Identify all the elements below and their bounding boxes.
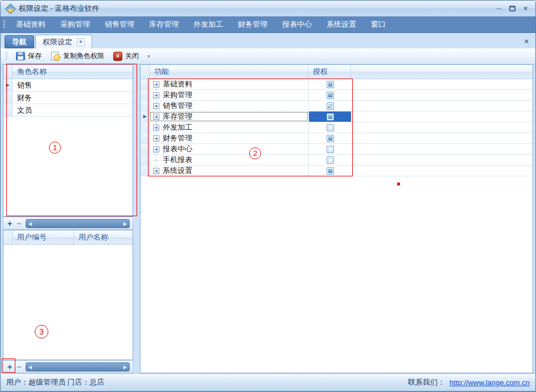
tree-expander-icon[interactable] — [153, 92, 159, 98]
scroll-right-icon[interactable]: ▶ — [123, 364, 127, 370]
close-button[interactable]: × 关闭 — [109, 49, 143, 63]
user-grid-hscrollbar[interactable]: ◀ ▶ — [26, 362, 130, 372]
delete-role-button[interactable]: − — [14, 218, 23, 229]
auth-cell — [308, 122, 351, 133]
menubar: 基础资料采购管理销售管理库存管理外发加工财务管理报表中心系统设置窗口 — [1, 16, 535, 33]
tab-permission-label: 权限设定 — [43, 37, 72, 47]
menu-item-4[interactable]: 外发加工 — [186, 16, 230, 32]
table-row[interactable]: 采购管理 — [141, 90, 533, 101]
table-row[interactable]: 系统设置 — [141, 166, 533, 176]
auth-checkbox[interactable] — [327, 146, 334, 153]
maximize-icon[interactable] — [509, 6, 516, 11]
function-grid: 功能 授权 基础资料采购管理销售管理▶库存管理外发加工财务管理报表中心手机报表系… — [140, 64, 533, 373]
function-label: 报表中心 — [163, 144, 192, 154]
role-name-column-header[interactable]: 角色名称 — [13, 65, 133, 79]
tree-expander-icon[interactable] — [153, 103, 159, 109]
table-row[interactable]: 销售管理 — [141, 101, 533, 112]
table-row[interactable]: ▶销售 — [3, 79, 133, 92]
app-icon — [6, 4, 15, 13]
function-cell: 手机报表 — [150, 155, 308, 165]
auth-checkbox[interactable] — [327, 81, 334, 88]
toolbar-overflow-icon[interactable]: ▾ — [144, 53, 154, 59]
menu-item-3[interactable]: 库存管理 — [142, 16, 186, 32]
tree-expander-icon[interactable] — [153, 168, 159, 174]
tabstrip-close-icon[interactable]: × — [524, 38, 535, 45]
auth-checkbox[interactable] — [327, 135, 334, 142]
function-label: 手机报表 — [163, 155, 192, 165]
save-button[interactable]: 保存 — [12, 49, 46, 63]
user-grid-navigator: + − ◀ ▶ — [3, 360, 133, 373]
statusbar: 用户：超级管理员 门店：总店 联系我们： http://www.lange.co… — [1, 373, 535, 391]
table-row[interactable]: 报表中心 — [141, 144, 533, 155]
row-indicator-cell: ▶ — [3, 79, 13, 91]
row-indicator-cell — [141, 144, 150, 154]
delete-user-button[interactable]: − — [14, 362, 23, 372]
menu-item-7[interactable]: 系统设置 — [319, 16, 364, 32]
auth-checkbox[interactable] — [327, 113, 334, 121]
tree-expander-icon[interactable] — [153, 125, 159, 131]
row-indicator-cell — [141, 133, 150, 143]
menu-items: 基础资料采购管理销售管理库存管理外发加工财务管理报表中心系统设置窗口 — [9, 16, 393, 32]
row-indicator-cell — [141, 79, 150, 89]
function-label: 外发加工 — [163, 122, 192, 133]
table-row[interactable]: 外发加工 — [141, 122, 533, 133]
user-grid: 用户编号 用户名称 — [3, 230, 133, 360]
function-column-header[interactable]: 功能 — [150, 65, 308, 79]
contact-label: 联系我们： — [408, 377, 445, 387]
user-id-column-header[interactable]: 用户编号 — [13, 230, 74, 244]
table-row[interactable]: 财务管理 — [141, 133, 533, 144]
tab-close-icon[interactable]: × — [77, 38, 85, 46]
tree-expander-icon[interactable] — [153, 146, 159, 152]
scroll-right-icon[interactable]: ▶ — [123, 221, 127, 227]
auth-cell — [308, 133, 351, 143]
function-grid-body: 基础资料采购管理销售管理▶库存管理外发加工财务管理报表中心手机报表系统设置 — [141, 79, 533, 373]
function-cell: 报表中心 — [150, 144, 308, 154]
scroll-left-icon[interactable]: ◀ — [28, 221, 32, 227]
add-user-button[interactable]: + — [5, 362, 14, 372]
menu-item-0[interactable]: 基础资料 — [9, 16, 53, 32]
add-role-button[interactable]: + — [5, 218, 14, 229]
row-indicator-cell — [141, 155, 150, 165]
table-row[interactable]: 文员 — [3, 104, 133, 117]
table-row[interactable]: 手机报表 — [141, 155, 533, 166]
table-row[interactable]: ▶库存管理 — [141, 112, 533, 122]
role-grid-header: 角色名称 — [3, 65, 133, 79]
auth-column-header[interactable]: 授权 — [308, 65, 351, 79]
auth-checkbox[interactable] — [327, 92, 334, 99]
menu-item-2[interactable]: 销售管理 — [97, 16, 142, 32]
copy-role-permissions-button[interactable]: 复制角色权限 — [47, 49, 108, 63]
scroll-left-icon[interactable]: ◀ — [28, 364, 32, 370]
tree-expander-icon[interactable] — [153, 81, 159, 88]
role-grid-hscrollbar[interactable]: ◀ ▶ — [26, 219, 130, 228]
auth-checkbox[interactable] — [327, 156, 334, 164]
titlebar: 权限设定 - 蓝格布业软件 ─ × — [1, 1, 535, 16]
table-row[interactable]: 基础资料 — [141, 79, 533, 90]
role-grid-indicator-header — [3, 65, 13, 79]
auth-checkbox[interactable] — [327, 102, 334, 110]
tree-expander-icon[interactable] — [153, 135, 159, 142]
menubar-grip-icon — [3, 20, 5, 29]
minimize-icon[interactable]: ─ — [496, 5, 501, 13]
function-cell: 财务管理 — [150, 133, 308, 143]
auth-checkbox[interactable] — [327, 167, 334, 175]
row-indicator-cell — [141, 101, 150, 111]
copy-role-button-label: 复制角色权限 — [63, 51, 104, 61]
user-name-column-header[interactable]: 用户名称 — [74, 230, 133, 244]
row-indicator-cell — [141, 166, 150, 176]
row-indicator-cell — [141, 122, 150, 133]
function-label: 财务管理 — [163, 133, 192, 143]
website-link[interactable]: http://www.lange.com.cn — [450, 378, 530, 387]
role-name-cell: 文员 — [13, 105, 133, 115]
menu-item-1[interactable]: 采购管理 — [53, 16, 97, 32]
row-indicator-cell — [141, 90, 150, 100]
table-row[interactable]: 财务 — [3, 92, 133, 104]
tree-leaf-icon — [153, 157, 159, 163]
menu-item-6[interactable]: 报表中心 — [275, 16, 319, 32]
tree-expander-icon[interactable] — [153, 114, 159, 120]
close-window-icon[interactable]: × — [523, 5, 527, 13]
auth-checkbox[interactable] — [327, 124, 334, 131]
menu-item-8[interactable]: 窗口 — [364, 16, 393, 32]
tab-navigation[interactable]: 导航 — [5, 35, 34, 48]
tab-permission-settings[interactable]: 权限设定 × — [35, 35, 92, 48]
menu-item-5[interactable]: 财务管理 — [230, 16, 275, 32]
